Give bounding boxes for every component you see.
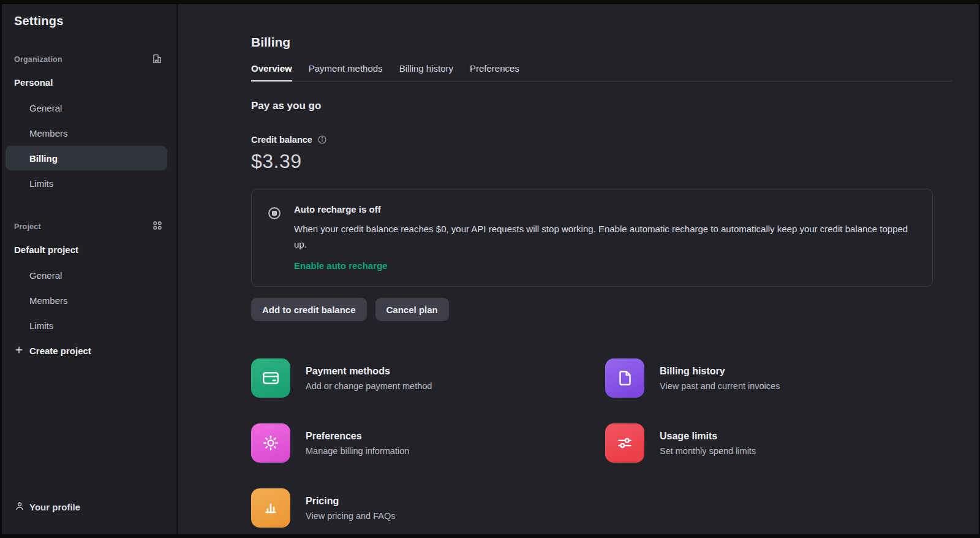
- person-icon: [14, 501, 25, 513]
- billing-main-panel: Billing Overview Payment methods Billing…: [178, 4, 979, 534]
- card-subtitle: View pricing and FAQs: [306, 511, 395, 521]
- building-icon: [151, 53, 163, 67]
- usage-limits-card[interactable]: Usage limits Set monthly spend limits: [605, 423, 959, 463]
- card-title: Preferences: [306, 431, 409, 442]
- card-subtitle: Manage billing information: [306, 446, 409, 456]
- preferences-card[interactable]: Preferences Manage billing information: [251, 423, 605, 463]
- your-profile-label: Your profile: [29, 502, 80, 512]
- add-to-credit-balance-button[interactable]: Add to credit balance: [251, 298, 367, 321]
- auto-recharge-description: When your credit balance reaches $0, you…: [294, 221, 918, 252]
- cancel-plan-button[interactable]: Cancel plan: [375, 298, 449, 321]
- plus-icon: [14, 345, 24, 357]
- credit-card-icon: [251, 358, 290, 398]
- billing-tabs: Overview Payment methods Billing history…: [251, 63, 952, 81]
- sidebar-title: Settings: [2, 14, 176, 28]
- pricing-card[interactable]: Pricing View pricing and FAQs: [251, 488, 605, 528]
- record-stop-icon: [266, 205, 282, 271]
- sidebar-item-default-project[interactable]: Default project: [2, 237, 176, 262]
- project-section-label: Project: [14, 222, 41, 231]
- sliders-icon: [605, 423, 644, 463]
- sidebar-item-personal-limits[interactable]: Limits: [6, 171, 167, 195]
- card-subtitle: Set monthly spend limits: [660, 446, 756, 456]
- billing-actions: Add to credit balance Cancel plan: [251, 298, 979, 321]
- card-title: Billing history: [660, 366, 780, 377]
- sidebar-item-project-limits[interactable]: Limits: [6, 313, 167, 338]
- sidebar-item-project-members[interactable]: Members: [6, 288, 167, 313]
- bar-chart-icon: [251, 488, 290, 528]
- card-title: Pricing: [306, 496, 395, 507]
- sidebar-item-personal[interactable]: Personal: [2, 70, 176, 95]
- info-icon[interactable]: [317, 135, 327, 145]
- billing-shortcut-cards: Payment methods Add or change payment me…: [251, 358, 959, 528]
- gear-icon: [251, 423, 290, 463]
- grid-icon: [152, 220, 163, 233]
- tab-payment-methods[interactable]: Payment methods: [309, 63, 383, 81]
- settings-sidebar: Settings Organization Personal General M…: [2, 4, 176, 534]
- create-project-label: Create project: [29, 346, 91, 356]
- billing-history-card[interactable]: Billing history View past and current in…: [605, 358, 959, 398]
- tab-overview[interactable]: Overview: [251, 63, 292, 81]
- sidebar-item-personal-general[interactable]: General: [6, 96, 167, 120]
- project-section-header: Project: [2, 220, 176, 233]
- credit-balance-row: Credit balance: [251, 135, 979, 145]
- sidebar-item-project-general[interactable]: General: [6, 263, 167, 287]
- app-window: Settings Organization Personal General M…: [2, 4, 979, 534]
- document-icon: [605, 358, 644, 398]
- organization-section-label: Organization: [14, 55, 62, 64]
- tab-preferences[interactable]: Preferences: [470, 63, 519, 81]
- payment-methods-card[interactable]: Payment methods Add or change payment me…: [251, 358, 605, 398]
- enable-auto-recharge-link[interactable]: Enable auto recharge: [294, 260, 388, 271]
- create-project-button[interactable]: Create project: [2, 338, 176, 363]
- card-subtitle: Add or change payment method: [306, 381, 432, 391]
- your-profile-button[interactable]: Your profile: [14, 501, 80, 513]
- credit-balance-amount: $3.39: [251, 150, 979, 173]
- auto-recharge-panel: Auto recharge is off When your credit ba…: [251, 189, 933, 287]
- organization-section-header: Organization: [2, 53, 176, 66]
- auto-recharge-title: Auto recharge is off: [294, 204, 918, 214]
- card-title: Payment methods: [306, 366, 432, 377]
- page-title: Billing: [251, 35, 979, 50]
- tab-billing-history[interactable]: Billing history: [399, 63, 453, 81]
- sidebar-item-personal-billing[interactable]: Billing: [6, 146, 167, 170]
- sidebar-item-personal-members[interactable]: Members: [6, 121, 167, 145]
- card-subtitle: View past and current invoices: [660, 381, 780, 391]
- card-title: Usage limits: [660, 431, 756, 442]
- credit-balance-label: Credit balance: [251, 135, 312, 145]
- plan-section-title: Pay as you go: [251, 100, 979, 112]
